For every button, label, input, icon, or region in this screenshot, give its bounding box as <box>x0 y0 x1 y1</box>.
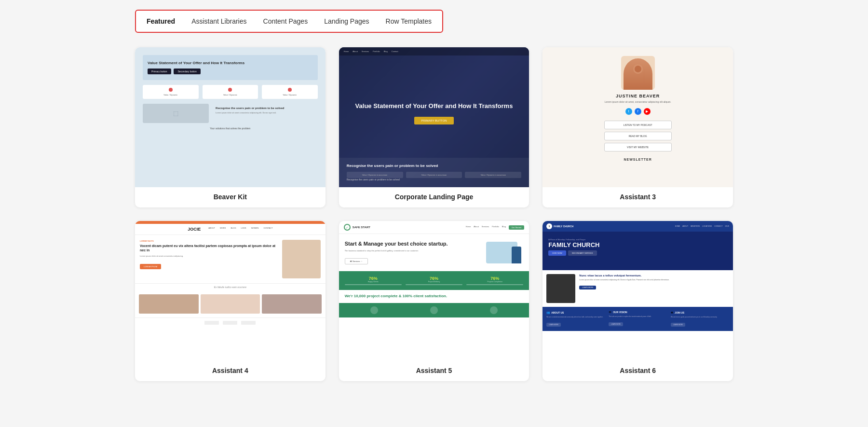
corporate-hero-btn: PRIMARY BUTTON <box>414 117 453 124</box>
safestart-stat3-label: Projects Completion <box>466 281 523 283</box>
church-content-body: Lorem ipsum dolor sit amet consectetur a… <box>579 279 729 281</box>
church-join-header: ✚ JOIN US <box>671 311 729 314</box>
jocie-nav-women: WOMEN <box>251 227 259 232</box>
beaver-feature-label-2: Value / Dynamic <box>204 94 257 96</box>
assistant3-name: JUSTINE BEAVER <box>616 94 660 98</box>
church-vision-body: The tools we provide to explore the tran… <box>609 316 667 318</box>
assistant4-label: Assistant 4 <box>135 361 326 381</box>
church-vision-btn: LEARN MORE <box>609 322 623 326</box>
church-content-text: Nunc vitae lacus a tellus volutpat ferme… <box>579 274 729 303</box>
beaver-content-text: Lorem ipsum dolor sit amet consectetur a… <box>216 111 315 114</box>
ss-nav-about: About <box>474 225 478 230</box>
church-hero-tag: A Place of Worship, Fellowship, and Pray… <box>548 238 727 241</box>
church-about-us: 👥 ABOUT US We are a multi-denominational… <box>546 311 605 327</box>
tab-landing-pages[interactable]: Landing Pages <box>323 15 370 27</box>
beaver-feature-2: Value / Dynamic <box>203 85 258 99</box>
church-vision-title: OUR VISION <box>613 311 627 314</box>
church-logo: ✝ FAMILY CHURCH <box>546 223 573 229</box>
ss-nav-cta: Get Started <box>509 225 524 230</box>
jocie-nav-look: LOOK <box>241 227 246 232</box>
jocie-bottom-2 <box>223 321 237 325</box>
church-nav-give: GIVE <box>725 225 729 227</box>
jocie-bottom-3 <box>241 321 256 325</box>
beaver-bottom-text: Your solutions that solves the problem <box>143 127 318 130</box>
beaver-content-title: Recognise the users pain or problem to b… <box>216 107 315 110</box>
assistant3-podcast-btn: LISTEN TO MY PODCAST <box>604 121 672 129</box>
youtube-icon: ▶ <box>644 108 651 115</box>
safestart-highlight: We'r 10,000 project complete & 100% clie… <box>339 290 529 303</box>
template-preview-assistant4: JOCIE ABOUT WORK BLOG LOOK WOMEN CONTACT… <box>135 221 326 361</box>
safestart-logo-icon: ✓ <box>344 224 351 231</box>
safestart-hero-title: Start & Manage your best choice startup. <box>345 241 475 247</box>
jocie-hero-image <box>282 240 321 278</box>
corporate-hero-title: Value Statement of Your Offer and How It… <box>355 102 513 110</box>
corp-feat-2: Value / Dynamic in accumsan <box>406 172 462 178</box>
template-preview-corporate: Home About Services Portfolio Blog Conta… <box>339 47 529 187</box>
template-card-assistant4[interactable]: JOCIE ABOUT WORK BLOG LOOK WOMEN CONTACT… <box>135 221 326 381</box>
safestart-stats: 76% Happy Clients 76% Project Delivery 7… <box>339 271 529 290</box>
beaver-hero-title: Value Statement of Your Offer and How It… <box>148 61 313 66</box>
jocie-gallery-1 <box>139 294 199 314</box>
corp-nav-contact: Contact <box>392 50 398 53</box>
template-card-assistant5[interactable]: ✓ SAFE START Home About Services Portfol… <box>339 221 529 381</box>
tab-content-pages[interactable]: Content Pages <box>262 15 309 27</box>
safestart-stat-2: 76% Project Delivery <box>406 276 462 285</box>
jocie-hero-text: LOREM FACTS Vocent dicam putent eu vix a… <box>140 240 278 278</box>
template-card-beaver-kit[interactable]: Value Statement of Your Offer and How It… <box>135 47 326 207</box>
tab-featured[interactable]: Featured <box>146 15 176 27</box>
assistant3-label: Assistant 3 <box>542 187 733 207</box>
beaver-feature-dot-1 <box>169 88 173 92</box>
safestart-stat1-num: 76% <box>345 276 402 281</box>
beaver-image-icon: ⬚ <box>173 110 178 117</box>
safestart-stat2-bar <box>406 284 462 285</box>
assistant3-website-btn: VISIT MY WEBSITE <box>604 143 672 152</box>
corporate-section-text: Recognise the users pain or problem to b… <box>347 178 522 181</box>
beaver-feature-dot-3 <box>288 88 292 92</box>
corp-nav-services: Services <box>362 50 369 53</box>
template-preview-assistant5: ✓ SAFE START Home About Services Portfol… <box>339 221 529 361</box>
template-card-assistant6[interactable]: ✝ FAMILY CHURCH HOME ABOUT MINISTERS LOC… <box>542 221 733 381</box>
template-card-assistant3[interactable]: JUSTINE BEAVER Lorem ipsum dolor sit ame… <box>542 47 733 207</box>
tab-assistant-libraries[interactable]: Assistant Libraries <box>190 15 247 27</box>
jocie-mid-text: Ex fabulis iudico eam ocurrere <box>135 283 326 290</box>
assistant3-blog-btn: READ MY BLOG <box>604 132 672 140</box>
beaver-image-placeholder: ⬚ <box>143 104 209 123</box>
safestart-stat3-bar <box>466 284 523 285</box>
corp-nav-home: Home <box>344 50 349 53</box>
safestart-logo-text: SAFE START <box>353 226 370 229</box>
jocie-gallery <box>135 290 326 317</box>
assistant3-newsletter: NEWSLETTER <box>624 158 652 161</box>
tab-row-templates[interactable]: Row Templates <box>385 15 433 27</box>
safestart-hero-image <box>480 242 523 263</box>
ss-footer-icon-1 <box>370 306 378 314</box>
people-icon: 👥 <box>546 311 550 314</box>
corp-nav-portfolio: Portfolio <box>373 50 380 53</box>
church-vision-header: 👁 OUR VISION <box>609 311 667 314</box>
jocie-bottom-1 <box>204 321 219 325</box>
beaver-feature-label-1: Value / Dynamic <box>145 94 197 96</box>
church-nav-ministers: MINISTERS <box>691 225 700 227</box>
jocie-hero-body: Lorem ipsum dolor sit amet consectetur a… <box>140 255 278 258</box>
safestart-nav-links: Home About Services Portfolio Blog Get S… <box>466 225 525 230</box>
template-card-corporate[interactable]: Home About Services Portfolio Blog Conta… <box>339 47 529 207</box>
vision-icon: 👁 <box>609 311 611 314</box>
church-join: ✚ JOIN US We are here to guide you and w… <box>671 311 729 327</box>
church-vision: 👁 OUR VISION The tools we provide to exp… <box>609 311 667 327</box>
corporate-section-title: Recognise the users pain or problem to b… <box>347 164 522 168</box>
beaver-label: Beaver Kit <box>135 187 326 207</box>
church-hero: A Place of Worship, Fellowship, and Pray… <box>542 232 733 270</box>
church-logo-text: FAMILY CHURCH <box>554 225 573 228</box>
church-join-title: JOIN US <box>675 311 684 314</box>
corporate-label: Corporate Landing Page <box>339 187 529 207</box>
jocie-nav-blog: BLOG <box>231 227 236 232</box>
safestart-stat-1: 76% Happy Clients <box>345 276 402 285</box>
join-icon: ✚ <box>671 311 673 314</box>
beaver-features: Value / Dynamic Value / Dynamic Value / … <box>143 85 318 99</box>
jocie-nav-about: ABOUT <box>208 227 215 232</box>
church-nav-locations: LOCATIONS <box>702 225 712 227</box>
jocie-hero-btn: LOREM IPSUM <box>140 264 161 269</box>
corp-feat-1: Value / Dynamic in accumsan <box>347 172 403 178</box>
church-logo-icon: ✝ <box>546 223 552 229</box>
beaver-secondary-btn: Secondary button <box>174 69 200 74</box>
assistant3-avatar <box>621 56 655 90</box>
